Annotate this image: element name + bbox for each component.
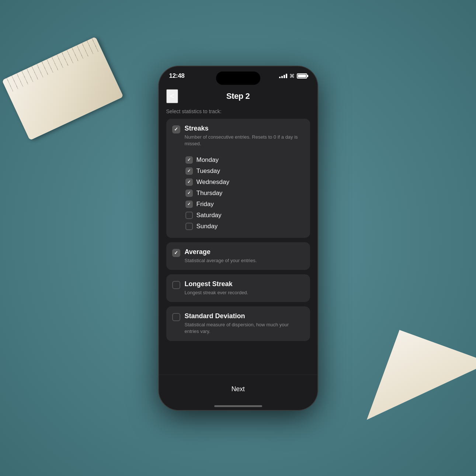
saturday-row[interactable]: Saturday (185, 210, 304, 221)
dynamic-island (216, 72, 260, 85)
back-button[interactable]: < (166, 89, 178, 103)
days-list: Monday Tuesday Wednesday Thursday (166, 153, 310, 238)
streaks-description: Number of consecutive entries. Resets to… (185, 134, 304, 147)
bottom-bar: Next (159, 375, 317, 410)
streaks-title: Streaks (185, 125, 304, 132)
friday-label: Friday (197, 201, 214, 208)
longest-streak-description: Longest streak ever recorded. (185, 289, 304, 296)
sunday-row[interactable]: Sunday (185, 221, 304, 232)
longest-streak-card: Longest Streak Longest streak ever recor… (166, 274, 310, 302)
average-title: Average (185, 248, 304, 256)
status-time: 12:48 (169, 72, 185, 80)
friday-row[interactable]: Friday (185, 199, 304, 210)
tuesday-row[interactable]: Tuesday (185, 166, 304, 177)
longest-streak-title: Longest Streak (185, 280, 304, 288)
sunday-checkbox[interactable] (185, 223, 193, 230)
status-icons: ⌘ (279, 73, 307, 79)
battery-icon (297, 73, 307, 79)
wednesday-label: Wednesday (197, 178, 229, 186)
tuesday-checkbox[interactable] (185, 167, 193, 175)
next-button[interactable]: Next (166, 379, 310, 399)
phone-screen: 12:48 ⌘ < Step 2 Select s (159, 66, 317, 410)
ruler-decoration-left (2, 37, 124, 140)
thursday-checkbox[interactable] (185, 190, 193, 197)
thursday-row[interactable]: Thursday (185, 188, 304, 199)
streaks-checkbox[interactable] (172, 125, 180, 133)
monday-row[interactable]: Monday (185, 154, 304, 166)
section-label: Select statistics to track: (166, 108, 310, 114)
monday-label: Monday (197, 156, 219, 164)
sunday-label: Sunday (197, 223, 218, 230)
monday-checkbox[interactable] (185, 156, 193, 164)
average-checkbox[interactable] (172, 249, 180, 257)
average-description: Statistical average of your entries. (185, 257, 304, 264)
tuesday-label: Tuesday (197, 167, 220, 175)
average-card: Average Statistical average of your entr… (166, 242, 310, 270)
wednesday-row[interactable]: Wednesday (185, 177, 304, 188)
ruler-decoration-right (366, 330, 476, 452)
thursday-label: Thursday (197, 190, 223, 197)
wifi-icon: ⌘ (289, 73, 295, 79)
home-indicator (214, 405, 262, 407)
standard-deviation-title: Standard Deviation (185, 312, 304, 320)
saturday-label: Saturday (197, 212, 222, 219)
phone-frame: 12:48 ⌘ < Step 2 Select s (159, 66, 317, 410)
streaks-card: Streaks Number of consecutive entries. R… (166, 119, 310, 238)
friday-checkbox[interactable] (185, 201, 193, 208)
standard-deviation-card: Standard Deviation Statistical measure o… (166, 306, 310, 341)
wednesday-checkbox[interactable] (185, 178, 193, 186)
main-content: Select statistics to track: Streaks Numb… (159, 105, 317, 375)
saturday-checkbox[interactable] (185, 212, 193, 219)
standard-deviation-checkbox[interactable] (172, 313, 180, 321)
signal-icon (279, 74, 287, 78)
longest-streak-checkbox[interactable] (172, 281, 180, 289)
page-title: Step 2 (226, 91, 250, 101)
standard-deviation-description: Statistical measure of dispersion, how m… (185, 322, 304, 335)
